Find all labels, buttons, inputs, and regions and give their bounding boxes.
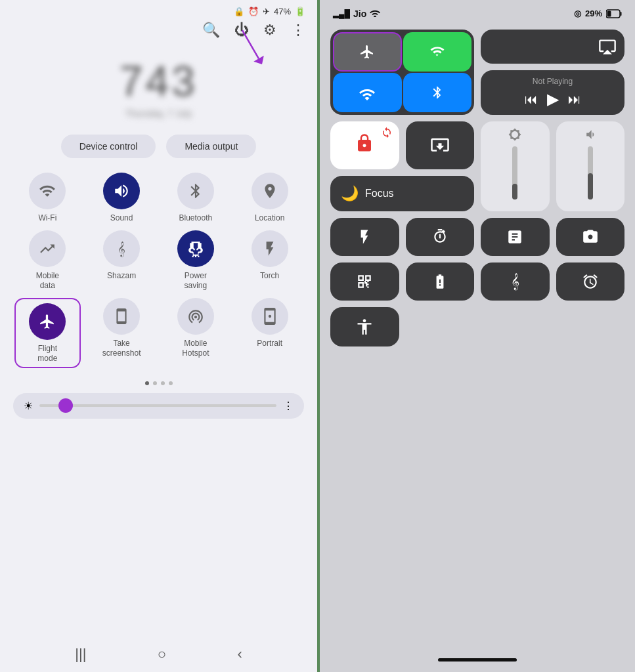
tile-sound[interactable]: Sound [89,173,155,222]
more-icon[interactable]: ⋮ [291,22,305,39]
ios-qr-tile[interactable] [330,262,399,301]
nav-back-icon[interactable]: ‹ [237,646,242,663]
hotspot-label: MobileHotspot [182,339,209,358]
battery-percent: 47% [274,7,291,16]
tile-wifi[interactable]: Wi-Fi [14,173,81,222]
tile-portrait[interactable]: Portrait [236,298,303,368]
ios-focus-block[interactable]: 🌙 Focus [330,176,474,211]
ios-battery-tile[interactable] [406,262,475,301]
brightness-more-icon: ⋮ [283,400,294,412]
camera-icon [582,228,599,245]
device-control-button[interactable]: Device control [61,135,156,158]
tile-mobile-data[interactable]: Mobiledata [14,230,81,290]
dot-1 [145,381,149,385]
power-saving-label: Powersaving [185,271,208,290]
ios-bottom-bar [320,652,635,672]
signal-bars-icon: ▂▄█ [333,9,350,18]
qr-icon [356,273,373,290]
android-top-icons: 🔍 ⏻ ⚙ ⋮ [0,19,317,44]
tile-torch[interactable]: Torch [236,230,303,290]
portrait-icon-wrap [252,298,288,335]
brightness-thumb[interactable] [58,398,73,413]
svg-point-2 [268,315,271,318]
bluetooth-label: Bluetooth [179,213,213,222]
ios-flight-mode-btn[interactable] [333,32,402,72]
ios-status-left: ▂▄█ Jio [333,8,380,19]
search-icon[interactable]: 🔍 [202,22,220,39]
ios-camera-tile[interactable] [556,218,625,256]
mobile-data-label: Mobiledata [36,271,59,290]
connectivity-block [330,30,474,115]
dot-4 [169,381,173,385]
alarm-icon [582,273,599,290]
timer-icon [431,228,449,245]
ios-panel: ▂▄█ Jio ◎ 29% [320,0,635,672]
screen-mirror-icon [430,136,450,156]
prev-button[interactable]: ⏮ [525,92,538,107]
shazam-icon-wrap: 𝄞 [103,230,140,267]
alarm-icon: ⏰ [248,7,259,16]
android-quick-buttons: Device control Media output [0,128,317,165]
airplane-mode-icon: ✈ [263,7,270,16]
accessibility-icon [355,318,374,336]
ios-lock-rotate-block[interactable] [330,121,399,169]
airplay-icon [598,37,617,56]
ios-timer-tile[interactable] [406,218,475,256]
tile-power-saving[interactable]: Powersaving [163,230,229,290]
ios-shazam-tile[interactable]: 𝄞 [481,262,550,301]
android-clock-area: 743 Thursday, 7 July [0,44,317,128]
ios-screen-mirror-block[interactable] [406,121,475,169]
torch-icon [356,228,373,245]
android-date: Thursday, 7 July [125,108,192,119]
svg-rect-5 [607,10,611,16]
ios-torch-tile[interactable] [330,218,399,256]
tile-flight-mode[interactable]: Flightmode [14,298,81,368]
media-controls: ⏮ ▶ ⏭ [525,90,581,108]
calculator-icon [506,228,523,245]
android-clock: 743 [120,57,198,106]
carrier-label: Jio [353,9,366,19]
ios-cellular-btn[interactable] [403,32,472,72]
tile-shazam[interactable]: 𝄞 Shazam [89,230,155,290]
media-output-button[interactable]: Media output [166,135,256,158]
ios-wifi-btn[interactable] [333,73,402,112]
next-button[interactable]: ⏭ [568,92,581,107]
settings-icon[interactable]: ⚙ [263,22,276,39]
ios-media-block[interactable]: Not Playing ⏮ ▶ ⏭ [481,70,624,115]
brightness-bar[interactable]: ☀ ⋮ [13,393,304,419]
tile-location[interactable]: Location [236,173,303,222]
brightness-track[interactable] [39,404,276,407]
wifi-label: Wi-Fi [38,213,56,222]
ios-control-grid: Not Playing ⏮ ▶ ⏭ [320,23,635,353]
ios-calculator-tile[interactable] [481,218,550,256]
nav-home-icon[interactable]: ○ [158,646,166,663]
tile-bluetooth[interactable]: Bluetooth [163,173,229,222]
power-saving-icon-wrap [177,230,214,267]
focus-label: Focus [365,188,394,200]
ios-accessibility-tile[interactable] [330,307,399,346]
location-icon-wrap [252,173,288,209]
torch-icon-wrap [252,230,288,267]
android-tiles-grid: Wi-Fi Sound Bluetooth Location Mobi [0,165,317,376]
shazam-label: Shazam [107,271,136,280]
location-status-icon: ◎ [574,9,581,18]
hotspot-icon-wrap [177,298,214,335]
tile-hotspot[interactable]: MobileHotspot [163,298,229,368]
ios-volume-block[interactable] [556,121,625,211]
lock-icon: 🔒 [234,7,244,16]
nav-recent-icon[interactable]: ||| [75,646,86,663]
ios-brightness-block[interactable] [481,121,550,211]
volume-icon [584,128,597,141]
play-button[interactable]: ▶ [547,90,559,108]
battery-icon: 🔋 [295,7,305,16]
not-playing-label: Not Playing [533,77,573,86]
location-label: Location [255,213,284,222]
portrait-label: Portrait [257,339,282,348]
focus-icon: 🌙 [341,185,359,202]
ios-alarm-tile[interactable] [556,262,625,301]
tile-screenshot[interactable]: Takescreenshot [89,298,155,368]
ios-bluetooth-btn[interactable] [403,73,472,112]
ios-airplay-block[interactable] [481,30,624,64]
mobile-data-icon-wrap [29,230,66,267]
dot-3 [161,381,165,385]
